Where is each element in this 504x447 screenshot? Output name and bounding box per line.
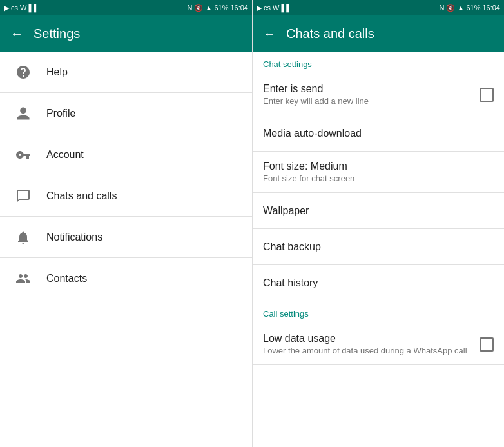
settings-list: Help Profile Account — [0, 52, 252, 447]
right-status-bar-left: ▶ cs W ▌▌ — [257, 4, 291, 12]
chat-item-backup[interactable]: Chat backup — [253, 229, 504, 265]
contacts-icon — [10, 271, 36, 286]
key-icon — [10, 147, 36, 163]
right-app-bar: ← Chats and calls — [253, 15, 504, 52]
wallpaper-title: Wallpaper — [263, 205, 494, 217]
low-data-subtitle: Lower the amount of data used during a W… — [263, 346, 480, 355]
settings-item-profile[interactable]: Profile — [0, 93, 252, 134]
contacts-label: Contacts — [46, 273, 87, 284]
bell-icon-svg — [15, 230, 31, 245]
status-right-text: N 🔇 ▲ 61% 16:04 — [187, 4, 248, 12]
status-bar-right-icons: N 🔇 ▲ 61% 16:04 — [187, 4, 248, 12]
enter-send-checkbox[interactable] — [480, 88, 494, 102]
media-download-text: Media auto-download — [263, 128, 494, 139]
left-status-bar: ▶ cs W ▌▌ N 🔇 ▲ 61% 16:04 — [0, 0, 252, 15]
chat-history-text: Chat history — [263, 277, 494, 289]
enter-send-subtitle: Enter key will add a new line — [263, 96, 480, 106]
chat-icon — [10, 188, 36, 204]
settings-item-notifications[interactable]: Notifications — [0, 217, 252, 258]
left-app-bar-title: Settings — [34, 26, 80, 41]
status-bar-left-icons: ▶ cs W ▌▌ — [4, 4, 39, 12]
key-icon-svg — [15, 147, 31, 163]
chats-calls-label: Chats and calls — [46, 190, 117, 202]
settings-item-chats-calls[interactable]: Chats and calls — [0, 175, 252, 217]
right-back-arrow[interactable]: ← — [263, 26, 276, 41]
call-settings-header: Call settings — [253, 301, 504, 324]
help-icon-svg — [15, 65, 31, 80]
right-status-right-text: N 🔇 ▲ 61% 16:04 — [439, 4, 500, 12]
settings-item-contacts[interactable]: Contacts — [0, 258, 252, 299]
low-data-title: Low data usage — [263, 333, 480, 344]
chat-item-wallpaper[interactable]: Wallpaper — [253, 193, 504, 229]
chat-history-title: Chat history — [263, 277, 494, 289]
chat-item-font-size[interactable]: Font size: Medium Font size for chat scr… — [253, 152, 504, 193]
left-app-bar: ← Settings — [0, 15, 252, 52]
low-data-text: Low data usage Lower the amount of data … — [263, 333, 480, 355]
person-icon-svg — [15, 106, 31, 121]
left-back-arrow[interactable]: ← — [10, 26, 23, 41]
left-panel: ▶ cs W ▌▌ N 🔇 ▲ 61% 16:04 ← Settings Hel… — [0, 0, 252, 447]
status-left-text: ▶ cs W ▌▌ — [4, 4, 39, 12]
account-label: Account — [46, 149, 84, 161]
enter-send-text: Enter is send Enter key will add a new l… — [263, 83, 480, 106]
chat-settings-list: Chat settings Enter is send Enter key wi… — [253, 52, 504, 447]
chat-icon-svg — [15, 188, 31, 204]
help-label: Help — [46, 66, 68, 78]
chat-item-low-data[interactable]: Low data usage Lower the amount of data … — [253, 324, 504, 365]
media-download-title: Media auto-download — [263, 128, 494, 139]
chat-backup-title: Chat backup — [263, 241, 494, 253]
notifications-label: Notifications — [46, 232, 102, 243]
chat-item-enter-send[interactable]: Enter is send Enter key will add a new l… — [253, 74, 504, 115]
font-size-text: Font size: Medium Font size for chat scr… — [263, 161, 494, 183]
bell-icon — [10, 230, 36, 245]
settings-item-help[interactable]: Help — [0, 52, 252, 93]
chat-settings-header: Chat settings — [253, 52, 504, 74]
help-icon — [10, 65, 36, 80]
font-size-title: Font size: Medium — [263, 161, 494, 172]
right-status-left-text: ▶ cs W ▌▌ — [257, 4, 291, 12]
profile-label: Profile — [46, 108, 75, 119]
settings-item-account[interactable]: Account — [0, 134, 252, 175]
low-data-checkbox[interactable] — [480, 337, 494, 352]
contacts-icon-svg — [15, 271, 31, 286]
enter-send-title: Enter is send — [263, 83, 480, 95]
font-size-subtitle: Font size for chat screen — [263, 174, 494, 183]
right-panel: ▶ cs W ▌▌ N 🔇 ▲ 61% 16:04 ← Chats and ca… — [252, 0, 504, 447]
chat-backup-text: Chat backup — [263, 241, 494, 253]
chat-item-media-download[interactable]: Media auto-download — [253, 115, 504, 152]
chat-item-history[interactable]: Chat history — [253, 265, 504, 301]
right-app-bar-title: Chats and calls — [286, 26, 374, 41]
right-status-bar: ▶ cs W ▌▌ N 🔇 ▲ 61% 16:04 — [253, 0, 504, 15]
right-status-bar-right: N 🔇 ▲ 61% 16:04 — [439, 4, 500, 12]
person-icon — [10, 106, 36, 121]
wallpaper-text: Wallpaper — [263, 205, 494, 217]
